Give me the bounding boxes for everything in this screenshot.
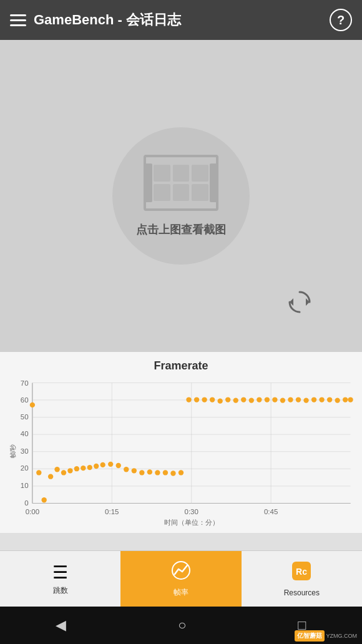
svg-point-71: [348, 397, 353, 402]
film-cell: [154, 165, 170, 182]
svg-point-67: [319, 397, 324, 402]
svg-point-52: [202, 397, 207, 402]
svg-point-62: [280, 398, 285, 402]
svg-point-48: [170, 471, 175, 476]
svg-text:20: 20: [21, 464, 29, 472]
nav-item-sessions[interactable]: ☰ 跳数: [0, 551, 120, 607]
svg-text:40: 40: [21, 430, 29, 437]
film-strip-icon: [144, 155, 218, 211]
sessions-icon: ☰: [52, 562, 68, 583]
svg-point-66: [311, 397, 316, 402]
svg-point-54: [217, 398, 222, 403]
svg-point-70: [343, 397, 348, 402]
svg-point-55: [225, 397, 230, 402]
watermark: 亿智蘑菇 YZMG.COM: [295, 630, 358, 642]
framerate-label: 帧率: [174, 587, 188, 598]
svg-point-37: [87, 465, 92, 470]
svg-point-32: [54, 467, 59, 472]
header-left: GameBench - 会话日志: [10, 11, 181, 29]
framerate-chart: .grid-line { stroke: #ccc; stroke-width:…: [5, 376, 357, 526]
svg-text:30: 30: [21, 447, 29, 455]
svg-point-63: [288, 397, 293, 402]
svg-point-36: [81, 466, 86, 471]
menu-button[interactable]: [10, 14, 26, 26]
film-cell: [173, 184, 190, 201]
svg-text:Rc: Rc: [296, 567, 307, 577]
svg-point-50: [186, 397, 191, 402]
film-cell: [192, 184, 208, 201]
nav-item-resources[interactable]: Rc Resources: [242, 551, 362, 607]
svg-point-53: [210, 397, 215, 402]
svg-point-65: [303, 398, 308, 402]
svg-point-49: [179, 470, 183, 475]
svg-point-45: [147, 469, 152, 474]
svg-point-30: [41, 497, 46, 502]
svg-point-40: [108, 462, 113, 467]
svg-point-46: [155, 470, 160, 475]
svg-point-41: [116, 463, 121, 468]
svg-point-59: [257, 397, 262, 402]
svg-point-69: [335, 398, 340, 402]
svg-point-60: [265, 397, 270, 402]
svg-point-51: [194, 397, 199, 402]
nav-item-framerate[interactable]: 帧率: [120, 551, 241, 607]
svg-text:0:15: 0:15: [105, 508, 119, 515]
svg-point-47: [163, 470, 168, 475]
click-hint-label: 点击上图查看截图: [136, 222, 226, 237]
svg-point-68: [327, 397, 332, 402]
chart-area: Framerate 帧/秒 .grid-line { stroke: #ccc;…: [0, 352, 362, 533]
svg-point-33: [61, 470, 66, 475]
svg-text:0:45: 0:45: [264, 508, 278, 515]
bottom-nav: ☰ 跳数 帧率 Rc Resources: [0, 550, 362, 607]
svg-point-58: [249, 398, 254, 402]
app-title: GameBench - 会话日志: [34, 11, 181, 29]
svg-point-61: [272, 397, 277, 402]
resources-label: Resources: [284, 588, 320, 597]
help-button[interactable]: ?: [330, 9, 352, 31]
film-cell: [173, 165, 190, 182]
svg-text:0: 0: [24, 499, 28, 507]
svg-point-57: [241, 397, 246, 402]
svg-point-34: [67, 468, 72, 473]
system-bar: ◀ ○ □ 亿智蘑菇 YZMG.COM: [0, 607, 362, 644]
svg-point-39: [100, 462, 105, 467]
svg-text:70: 70: [21, 379, 29, 387]
resources-icon: Rc: [291, 560, 312, 586]
framerate-icon: [171, 560, 191, 585]
svg-point-42: [124, 467, 129, 472]
cursor-icon: [287, 290, 312, 315]
svg-text:60: 60: [21, 396, 29, 404]
svg-text:0:00: 0:00: [26, 508, 39, 515]
screenshot-area[interactable]: 点击上图查看截图: [0, 40, 362, 352]
chart-container: 帧/秒 .grid-line { stroke: #ccc; stroke-wi…: [5, 376, 357, 526]
svg-text:50: 50: [21, 413, 29, 421]
watermark-domain: YZMG.COM: [326, 633, 358, 639]
svg-point-38: [94, 464, 99, 469]
svg-point-31: [48, 474, 53, 479]
film-circle: 点击上图查看截图: [112, 127, 250, 265]
svg-text:0:30: 0:30: [185, 508, 198, 515]
svg-text:时间（单位：分）: 时间（单位：分）: [164, 519, 219, 526]
svg-point-28: [30, 402, 35, 407]
svg-point-35: [74, 466, 79, 471]
app-header: GameBench - 会话日志 ?: [0, 0, 362, 40]
svg-point-29: [36, 470, 41, 475]
film-cell: [154, 184, 170, 201]
svg-point-44: [139, 470, 144, 475]
back-button[interactable]: ◀: [56, 617, 66, 633]
svg-point-64: [296, 397, 301, 402]
svg-point-56: [233, 398, 238, 402]
y-axis-label: 帧/秒: [9, 444, 17, 459]
film-cell: [192, 165, 208, 182]
chart-title: Framerate: [5, 359, 357, 373]
sessions-label: 跳数: [53, 585, 68, 596]
film-icon-wrapper: 点击上图查看截图: [136, 155, 226, 237]
home-button[interactable]: ○: [178, 617, 186, 633]
svg-point-43: [132, 468, 137, 473]
watermark-badge: 亿智蘑菇: [295, 630, 325, 642]
svg-text:10: 10: [21, 482, 29, 489]
